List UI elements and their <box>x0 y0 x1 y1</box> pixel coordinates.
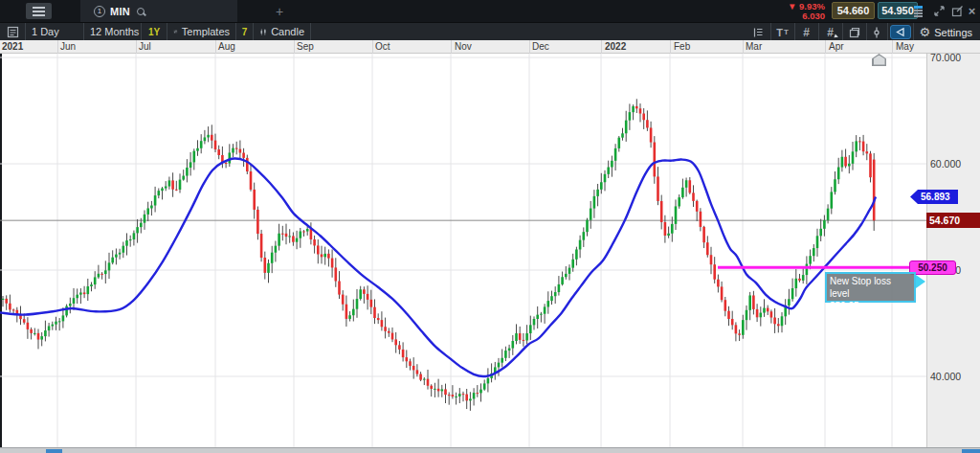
candle-body <box>770 311 773 317</box>
candle-body <box>140 223 143 227</box>
candle-body <box>359 289 362 299</box>
candle-body <box>275 246 278 253</box>
month-label: Dec <box>532 41 549 52</box>
grid-pointer-button[interactable]: # <box>818 23 842 41</box>
month-label: Feb <box>674 41 690 52</box>
month-label: Mar <box>746 41 762 52</box>
candle-body <box>154 195 157 205</box>
candle-body <box>108 262 111 270</box>
candle-body <box>55 322 57 325</box>
candle-body <box>388 331 390 333</box>
header-tick <box>601 40 602 54</box>
candle-body <box>200 141 203 148</box>
candle-body <box>738 333 741 334</box>
change-absolute: 6.030 <box>777 11 825 21</box>
candle-body <box>512 341 515 349</box>
candle-body <box>469 398 472 400</box>
candle-body <box>352 309 355 316</box>
candle-body <box>207 135 210 138</box>
crosshair-mode-button[interactable] <box>887 23 913 41</box>
candle-body <box>561 277 564 284</box>
horizontal-scrollbar[interactable] <box>0 447 980 453</box>
chart-type-button[interactable]: Candle <box>254 23 311 40</box>
candle-body <box>565 274 568 277</box>
symbol-tab[interactable]: 1 MIN <box>80 0 237 22</box>
bid-price[interactable]: 54.660 <box>832 2 875 19</box>
new-tab-button[interactable]: + <box>271 0 288 22</box>
candle-body <box>611 161 613 168</box>
search-icon[interactable] <box>137 8 145 15</box>
candle-body <box>827 209 830 220</box>
candle-body <box>777 324 780 326</box>
candle-body <box>823 220 826 229</box>
candle-body <box>9 304 11 310</box>
price-axis-panel[interactable] <box>926 54 980 447</box>
layers-button[interactable] <box>842 23 866 41</box>
text-tool-button[interactable]: TT <box>770 23 794 41</box>
candle-body <box>331 259 334 268</box>
grid-icon: # <box>803 26 810 39</box>
candle-body <box>256 210 259 234</box>
candle-body <box>600 182 603 190</box>
candle-body <box>363 289 366 294</box>
candle-body <box>356 299 359 309</box>
scrollbar-thumb-right[interactable] <box>962 449 980 453</box>
range-badge[interactable]: 1Y <box>142 23 167 40</box>
candle-body <box>639 108 642 113</box>
interval-dropdown[interactable]: 1 Day <box>26 23 84 40</box>
candle-body <box>568 268 571 274</box>
settings-button[interactable]: ⚙ Settings <box>913 23 980 41</box>
panel-toggle-button[interactable] <box>0 23 26 40</box>
candle-body <box>540 314 543 315</box>
candle-body <box>798 279 801 281</box>
candle-body <box>713 264 716 280</box>
candle-body <box>321 255 323 258</box>
month-label: 2022 <box>605 41 626 52</box>
candle-body <box>430 386 433 389</box>
candle-body <box>409 361 412 366</box>
candle-body <box>171 180 174 189</box>
header-tick <box>215 40 216 54</box>
candle-body <box>831 192 834 208</box>
candle-body <box>583 232 586 239</box>
candle-body <box>391 333 394 340</box>
depth-panel-icon[interactable] <box>914 4 923 18</box>
menu-button[interactable] <box>26 3 52 19</box>
candle-body <box>423 379 426 380</box>
candle-body <box>819 229 822 236</box>
candle-body <box>242 153 245 158</box>
grid-tool-button[interactable]: # <box>794 23 818 41</box>
candle-body <box>398 345 401 350</box>
expand-icon[interactable] <box>932 4 947 18</box>
month-label: May <box>896 41 914 52</box>
stoploss-tooltip[interactable]: New Stop loss level $50.25 <box>825 272 916 303</box>
candle-body <box>504 351 507 358</box>
candle-body <box>348 315 351 319</box>
ask-price[interactable]: 54.950 <box>878 2 918 19</box>
candle-body <box>781 316 784 326</box>
templates-button[interactable]: Templates <box>167 23 236 40</box>
candle-body <box>342 295 345 305</box>
ohlc-marker-button[interactable] <box>866 23 887 41</box>
range-dropdown[interactable]: 12 Months <box>84 23 142 40</box>
candle-body <box>115 255 118 258</box>
candle-body <box>795 279 798 288</box>
scrollbar-thumb-left[interactable] <box>46 449 62 453</box>
marker-icon <box>870 26 883 39</box>
candle-body <box>394 339 397 345</box>
candle-body <box>448 395 451 396</box>
stop-price-tag[interactable]: 50.250 <box>909 260 956 275</box>
hamburger-icon <box>33 7 45 9</box>
trading-app-window: 1 MIN + ▼ 9.93% 6.030 54.660 54.950 × <box>0 0 980 453</box>
measure-panel-button[interactable] <box>746 23 770 41</box>
candle-body <box>122 246 125 253</box>
candle-body <box>515 333 518 341</box>
edit-window-icon[interactable] <box>949 4 964 18</box>
chart-svg[interactable] <box>0 54 926 447</box>
candle-body <box>791 288 794 299</box>
candle-body <box>629 112 632 121</box>
close-icon[interactable]: × <box>965 4 979 18</box>
month-label: Jun <box>60 41 76 52</box>
candle-body <box>571 260 574 268</box>
candle-body <box>706 242 709 255</box>
